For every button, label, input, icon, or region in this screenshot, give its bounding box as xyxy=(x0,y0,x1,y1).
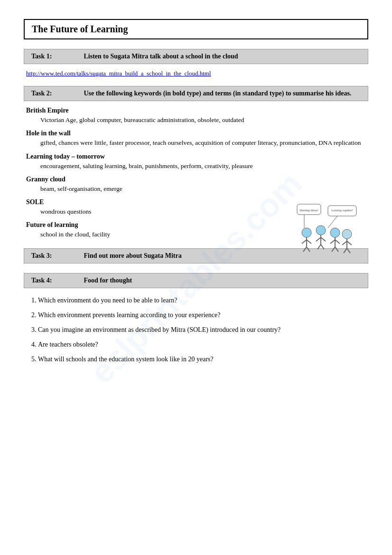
questions-list: Which environment do you need to be able… xyxy=(24,295,368,364)
keywords-section: Sharing ideas! Learning together! Britis… xyxy=(24,107,368,240)
keyword-terms-2: gifted, chances were little, faster proc… xyxy=(26,138,366,148)
svg-line-14 xyxy=(330,240,335,244)
svg-line-29 xyxy=(328,216,337,228)
task4-description: Food for thought xyxy=(84,277,132,284)
svg-line-16 xyxy=(332,247,335,252)
task3-label: Task 3: xyxy=(31,252,52,259)
svg-line-23 xyxy=(347,248,350,253)
keyword-group-3: Learning today – tomorrow encouragement,… xyxy=(26,153,366,171)
task2-header: Task 2: Use the following keywords (in b… xyxy=(24,86,368,101)
svg-text:Sharing ideas!: Sharing ideas! xyxy=(299,208,318,212)
svg-point-12 xyxy=(330,228,340,237)
svg-line-22 xyxy=(344,248,347,253)
question-1: Which environment do you need to be able… xyxy=(38,295,332,305)
task4-header: Task 4: Food for thought xyxy=(24,273,368,288)
keyword-group-4: Granny cloud beam, self-organisation, em… xyxy=(26,176,366,194)
task3-description: Find out more about Sugata Mitra xyxy=(84,252,181,259)
svg-line-2 xyxy=(302,240,307,244)
svg-text:Learning together!: Learning together! xyxy=(332,209,353,212)
illustration: Sharing ideas! Learning together! xyxy=(295,202,361,254)
keyword-group-1: British Empire Victorian Age, global com… xyxy=(26,107,366,125)
keyword-bold-2: Hole in the wall xyxy=(26,130,366,137)
keyword-bold-4: Granny cloud xyxy=(26,176,366,183)
svg-line-21 xyxy=(347,241,352,245)
keyword-terms-4: beam, self-organisation, emerge xyxy=(26,184,366,194)
page-title: The Future of Learning xyxy=(24,19,368,39)
svg-point-0 xyxy=(302,228,311,237)
keyword-terms-1: Victorian Age, global computer, bureaucr… xyxy=(26,115,366,125)
keyword-bold-1: British Empire xyxy=(26,107,366,114)
task4-label: Task 4: xyxy=(31,277,52,284)
question-2: Which environment prevents learning acco… xyxy=(38,310,332,320)
task2-label: Task 2: xyxy=(31,90,52,97)
link-section: http://www.ted.com/talks/sugata_mitra_bu… xyxy=(24,70,368,77)
svg-line-15 xyxy=(335,240,340,244)
ted-link[interactable]: http://www.ted.com/talks/sugata_mitra_bu… xyxy=(26,70,211,77)
task1-label: Task 1: xyxy=(31,53,52,60)
svg-line-4 xyxy=(303,247,307,252)
keyword-terms-3: encouragement, saluting learning, brain,… xyxy=(26,161,366,171)
question-4: Are teachers obsolete? xyxy=(38,339,332,349)
svg-line-10 xyxy=(317,245,321,249)
svg-line-5 xyxy=(307,247,310,252)
keyword-bold-3: Learning today – tomorrow xyxy=(26,153,366,160)
svg-line-3 xyxy=(307,240,311,244)
task1-header: Task 1: Listen to Sugata Mitra talk abou… xyxy=(24,49,368,64)
question-5: What will schools and the education syst… xyxy=(38,354,332,364)
keywords-container: Sharing ideas! Learning together! Britis… xyxy=(26,107,366,240)
question-3: Can you imagine an environment as descri… xyxy=(38,325,332,335)
svg-line-9 xyxy=(321,237,326,241)
svg-line-11 xyxy=(321,245,324,249)
task1-description: Listen to Sugata Mitra talk about a scho… xyxy=(84,53,238,60)
svg-line-17 xyxy=(335,247,338,252)
task2-description: Use the following keywords (in bold type… xyxy=(84,90,351,97)
svg-point-18 xyxy=(342,229,352,239)
svg-line-8 xyxy=(316,237,321,241)
svg-point-6 xyxy=(316,226,326,235)
keyword-group-2: Hole in the wall gifted, chances were li… xyxy=(26,130,366,148)
svg-line-20 xyxy=(342,241,347,245)
